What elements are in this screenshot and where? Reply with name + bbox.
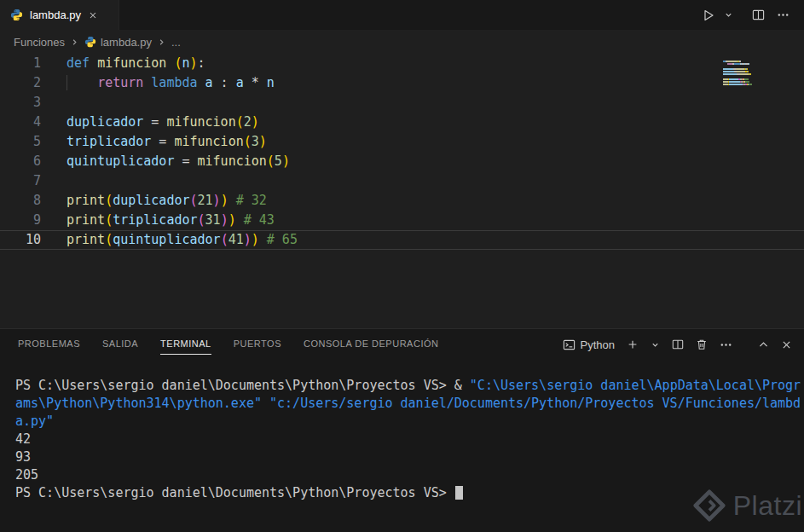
breadcrumb-file[interactable]: lambda.py: [84, 36, 152, 49]
breadcrumb: Funciones lambda.py ...: [0, 30, 804, 54]
line-number: 3: [0, 93, 41, 113]
terminal-output: PS C:\Users\sergio daniel\Documents\Pyth…: [15, 377, 804, 502]
tab-bar: lambda.py: [0, 0, 804, 30]
terminal-line: PS C:\Users\sergio daniel\Documents\Pyth…: [15, 377, 804, 395]
code-line-5[interactable]: 5triplicador = mifuncion(3): [0, 132, 804, 152]
code-line-1[interactable]: 1def mifuncion (n):: [0, 54, 804, 73]
kill-terminal-icon[interactable]: [692, 336, 711, 353]
line-number: 7: [0, 171, 41, 191]
terminal-line: PS C:\Users\sergio daniel\Documents\Pyth…: [15, 484, 804, 502]
code-editor[interactable]: 1def mifuncion (n):2 return lambda a : a…: [0, 54, 804, 328]
chevron-right-icon: [70, 38, 79, 47]
line-number: 4: [0, 113, 41, 132]
terminal-profile-selector[interactable]: Python: [559, 337, 618, 353]
line-number: 9: [0, 211, 41, 230]
tab-close-icon[interactable]: [88, 10, 98, 20]
terminal-line: 42: [15, 431, 804, 448]
code-line-7[interactable]: 7: [0, 171, 804, 191]
terminal-line: 205: [15, 466, 804, 484]
breadcrumb-more[interactable]: ...: [171, 36, 181, 49]
panel-tab-consola-de-depuración[interactable]: CONSOLA DE DEPURACIÓN: [304, 329, 438, 360]
run-dropdown-chevron-icon[interactable]: [720, 10, 737, 20]
terminal-toolbar: Python: [559, 336, 795, 354]
run-button[interactable]: [697, 9, 720, 22]
terminal-dropdown-chevron-icon[interactable]: [647, 338, 663, 352]
editor-actions: [697, 0, 804, 30]
split-terminal-icon[interactable]: [668, 336, 687, 353]
code-line-4[interactable]: 4duplicador = mifuncion(2): [0, 113, 804, 132]
code-lines: 1def mifuncion (n):2 return lambda a : a…: [0, 54, 804, 250]
maximize-panel-icon[interactable]: [755, 337, 772, 353]
terminal-cursor: [455, 486, 463, 500]
terminal[interactable]: PS C:\Users\sergio daniel\Documents\Pyth…: [0, 360, 804, 502]
tab-lambda-py[interactable]: lambda.py: [0, 0, 119, 30]
code-line-10[interactable]: 10print(quintuplicador(41)) # 65: [0, 230, 804, 250]
chevron-right-icon: [157, 38, 166, 47]
minimap[interactable]: [723, 61, 766, 86]
code-line-8[interactable]: 8print(duplicador(21)) # 32: [0, 191, 804, 211]
code-line-2[interactable]: 2 return lambda a : a * n: [0, 73, 804, 93]
terminal-line: a.py": [15, 413, 804, 431]
python-icon: [10, 9, 23, 21]
terminal-profile-label: Python: [581, 338, 615, 351]
panel-tab-problemas[interactable]: PROBLEMAS: [18, 329, 80, 360]
terminal-line: 93: [15, 448, 804, 466]
bottom-panel: PROBLEMASSALIDATERMINALPUERTOSCONSOLA DE…: [0, 328, 804, 532]
python-icon: [84, 36, 96, 48]
line-number: 2: [0, 73, 41, 93]
more-actions-icon[interactable]: [772, 9, 794, 21]
new-terminal-icon[interactable]: [623, 336, 642, 353]
line-number: 8: [0, 191, 41, 211]
line-number: 10: [0, 230, 41, 250]
terminal-line: ams\Python\Python314\python.exe" "c:/Use…: [15, 395, 804, 413]
panel-header: PROBLEMASSALIDATERMINALPUERTOSCONSOLA DE…: [0, 329, 804, 360]
code-line-3[interactable]: 3: [0, 93, 804, 113]
panel-tab-puertos[interactable]: PUERTOS: [234, 329, 281, 360]
line-number: 5: [0, 132, 41, 152]
panel-more-actions-icon[interactable]: [716, 336, 736, 354]
tab-title: lambda.py: [30, 9, 81, 21]
split-editor-icon[interactable]: [748, 9, 769, 21]
breadcrumb-file-label: lambda.py: [101, 36, 152, 49]
line-number: 1: [0, 54, 41, 73]
line-number: 6: [0, 152, 41, 171]
panel-tab-terminal[interactable]: TERMINAL: [160, 329, 211, 360]
terminal-icon: [563, 338, 576, 351]
breadcrumb-folder[interactable]: Funciones: [14, 36, 65, 49]
code-line-6[interactable]: 6quintuplicador = mifuncion(5): [0, 152, 804, 171]
close-panel-icon[interactable]: [778, 337, 795, 353]
panel-tabs: PROBLEMASSALIDATERMINALPUERTOSCONSOLA DE…: [18, 329, 460, 360]
panel-tab-salida[interactable]: SALIDA: [102, 329, 138, 360]
code-line-9[interactable]: 9print(triplicador(31)) # 43: [0, 211, 804, 230]
